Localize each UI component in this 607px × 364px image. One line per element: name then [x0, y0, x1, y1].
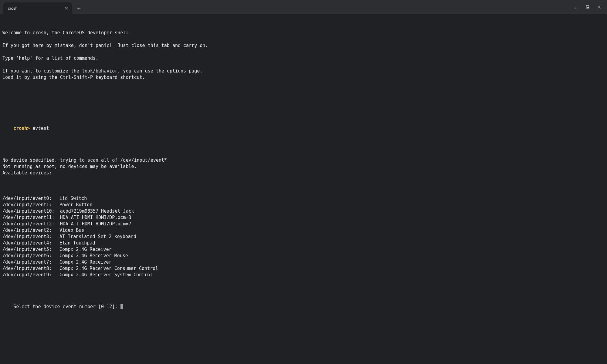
device-row: /dev/input/event0: Lid Switch [2, 195, 605, 202]
tab-title: crosh [8, 6, 61, 11]
window-controls [569, 0, 605, 14]
device-name: acpd7219m98357 Headset Jack [55, 208, 134, 214]
select-prompt-line: Select the device event number [0-12]: [2, 297, 605, 316]
tab-close-button[interactable] [64, 5, 69, 11]
terminal-line [2, 36, 605, 42]
window-maximize-button[interactable] [582, 2, 593, 12]
device-row: /dev/input/event8: Compx 2.4G Receiver C… [2, 265, 605, 272]
terminal-line: Not running as root, no devices may be a… [2, 163, 605, 170]
device-row: /dev/input/event2: Video Bus [2, 227, 605, 234]
device-row: /dev/input/event3: AT Translated Set 2 k… [2, 234, 605, 240]
window-minimize-button[interactable] [569, 2, 581, 12]
device-name: Video Bus [54, 228, 84, 233]
device-row: /dev/input/event5: Compx 2.4G Receiver [2, 246, 605, 253]
device-name: HDA ATI HDMI HDMI/DP,pcm=7 [55, 221, 131, 227]
tab-crosh[interactable]: crosh [3, 2, 72, 14]
device-name: Compx 2.4G Receiver [54, 247, 112, 252]
window-close-button[interactable] [594, 2, 605, 12]
svg-rect-1 [587, 5, 589, 8]
device-row: /dev/input/event9: Compx 2.4G Receiver S… [2, 272, 605, 278]
device-row: /dev/input/event11: HDA ATI HDMI HDMI/DP… [2, 214, 605, 221]
device-name: Elan Touchpad [54, 240, 95, 246]
device-path: /dev/input/event7: [2, 259, 54, 265]
device-path: /dev/input/event2: [2, 227, 54, 234]
device-name: Compx 2.4G Receiver System Control [54, 272, 153, 278]
device-path: /dev/input/event12: [2, 221, 55, 227]
close-icon [597, 5, 602, 9]
shell-prompt: crosh> [13, 126, 30, 131]
device-row: /dev/input/event4: Elan Touchpad [2, 240, 605, 246]
maximize-icon [585, 5, 589, 9]
device-path: /dev/input/event10: [2, 208, 55, 214]
device-path: /dev/input/event5: [2, 246, 54, 253]
new-tab-button[interactable] [75, 4, 83, 12]
terminal-line: No device specified, trying to scan all … [2, 157, 605, 163]
device-row: /dev/input/event10: acpd7219m98357 Heads… [2, 208, 605, 214]
minimize-icon [573, 5, 577, 9]
plus-icon [77, 6, 81, 10]
device-name: Power Button [54, 202, 92, 207]
close-icon [65, 6, 68, 10]
device-name: HDA ATI HDMI HDMI/DP,pcm=3 [55, 215, 131, 220]
typed-command: evtest [32, 126, 49, 131]
terminal-banner: Welcome to crosh, the ChromeOS developer… [2, 30, 605, 81]
device-row: /dev/input/event6: Compx 2.4G Receiver M… [2, 253, 605, 259]
device-name: Lid Switch [54, 196, 87, 201]
device-path: /dev/input/event11: [2, 214, 55, 221]
terminal-line [2, 62, 605, 68]
device-list: /dev/input/event0: Lid Switch/dev/input/… [2, 195, 605, 278]
device-path: /dev/input/event3: [2, 234, 54, 240]
terminal-line: Welcome to crosh, the ChromeOS developer… [2, 30, 605, 36]
terminal-line: Available devices: [2, 170, 605, 176]
select-prompt-text: Select the device event number [0-12]: [13, 304, 120, 309]
device-name: Compx 2.4G Receiver Consumer Control [54, 266, 158, 271]
device-path: /dev/input/event6: [2, 253, 54, 259]
device-row: /dev/input/event7: Compx 2.4G Receiver [2, 259, 605, 265]
device-name: Compx 2.4G Receiver [54, 259, 112, 265]
device-path: /dev/input/event0: [2, 195, 54, 202]
device-path: /dev/input/event8: [2, 265, 54, 272]
device-row: /dev/input/event1: Power Button [2, 202, 605, 208]
terminal-blank-line [2, 93, 605, 100]
terminal-line: Type 'help' for a list of commands. [2, 55, 605, 62]
device-name: Compx 2.4G Receiver Mouse [54, 253, 128, 258]
window-titlebar: crosh [0, 0, 607, 14]
device-row: /dev/input/event12: HDA ATI HDMI HDMI/DP… [2, 221, 605, 227]
terminal-cursor [120, 304, 123, 309]
terminal-line: If you want to customize the look/behavi… [2, 68, 605, 74]
terminal-viewport[interactable]: Welcome to crosh, the ChromeOS developer… [0, 14, 607, 364]
terminal-prompt-line: crosh> evtest [2, 119, 605, 138]
terminal-line: Load it by using the Ctrl-Shift-P keyboa… [2, 74, 605, 81]
tab-strip: crosh [0, 0, 83, 14]
terminal-line: If you got here by mistake, don't panic!… [2, 42, 605, 49]
device-path: /dev/input/event4: [2, 240, 54, 246]
device-path: /dev/input/event1: [2, 202, 54, 208]
terminal-line [2, 49, 605, 55]
terminal-output: No device specified, trying to scan all … [2, 157, 605, 176]
device-name: AT Translated Set 2 keyboard [54, 234, 136, 239]
device-path: /dev/input/event9: [2, 272, 54, 278]
